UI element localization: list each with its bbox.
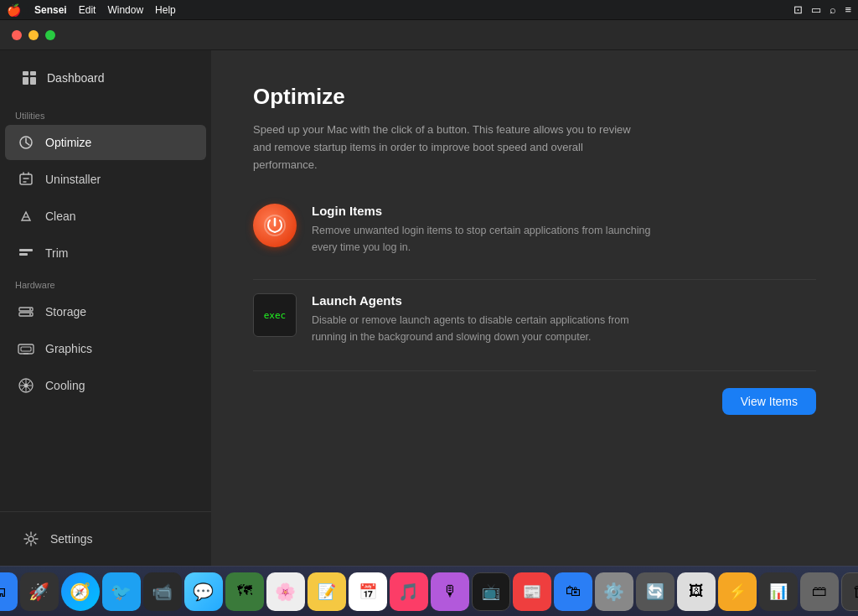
dock-item-trash[interactable]: 🗑 bbox=[841, 572, 859, 611]
sidebar-top: Dashboard bbox=[0, 50, 211, 102]
sidebar-bottom: Settings bbox=[0, 511, 211, 566]
menubar-app-name[interactable]: Sensei bbox=[34, 4, 67, 16]
svg-point-11 bbox=[29, 308, 31, 310]
dock-item-notes[interactable]: 📝 bbox=[308, 572, 346, 611]
title-bar bbox=[0, 20, 858, 50]
storage-label: Storage bbox=[45, 305, 86, 318]
uninstaller-icon bbox=[17, 170, 35, 189]
login-items-desc: Remove unwanted login items to stop cert… bbox=[312, 223, 664, 256]
svg-point-18 bbox=[28, 536, 34, 541]
launch-agents-desc: Disable or remove launch agents to disab… bbox=[312, 313, 664, 345]
main-layout: Dashboard Utilities Optimize bbox=[0, 50, 858, 566]
dock-item-betterzip[interactable]: ⚡ bbox=[718, 572, 757, 611]
settings-icon bbox=[22, 530, 40, 548]
trim-icon bbox=[17, 244, 35, 262]
control-center-icon[interactable]: ≡ bbox=[845, 3, 851, 16]
graphics-label: Graphics bbox=[45, 342, 92, 355]
sidebar-item-dashboard[interactable]: Dashboard bbox=[8, 62, 203, 94]
content-description: Speed up your Mac with the click of a bu… bbox=[253, 122, 638, 173]
dock-item-twitterific[interactable]: 🐦 bbox=[102, 572, 141, 611]
sidebar-item-settings[interactable]: Settings bbox=[10, 521, 201, 556]
dock-item-sysprefs[interactable]: ⚙️ bbox=[595, 572, 633, 611]
menubar: 🍎 Sensei Edit Window Help ⊡ ▭ ⌕ ≡ bbox=[0, 0, 858, 20]
svg-rect-7 bbox=[19, 249, 33, 251]
feature-login-items: Login Items Remove unwanted login items … bbox=[253, 204, 816, 256]
divider-1 bbox=[253, 279, 816, 280]
sidebar-item-graphics[interactable]: Graphics bbox=[5, 331, 206, 366]
dock-item-finder[interactable]: 🗂 bbox=[0, 572, 18, 611]
dock-item-folder[interactable]: 🗃 bbox=[800, 572, 839, 611]
menubar-edit[interactable]: Edit bbox=[79, 4, 96, 16]
menubar-items: Sensei Edit Window Help bbox=[34, 4, 176, 16]
sidebar-item-uninstaller[interactable]: Uninstaller bbox=[5, 162, 206, 197]
sidebar-item-optimize[interactable]: Optimize bbox=[5, 125, 206, 160]
storage-icon bbox=[17, 303, 35, 321]
dashboard-label: Dashboard bbox=[47, 71, 105, 85]
content-footer: View Items bbox=[253, 370, 816, 415]
login-items-icon bbox=[253, 204, 297, 247]
dock-item-calendar[interactable]: 📅 bbox=[349, 572, 387, 611]
svg-rect-2 bbox=[23, 77, 28, 85]
dock-item-photos[interactable]: 🌸 bbox=[266, 572, 305, 611]
svg-rect-0 bbox=[23, 71, 28, 75]
minimize-button[interactable] bbox=[28, 30, 39, 40]
close-button[interactable] bbox=[12, 30, 22, 40]
airplay-icon[interactable]: ▭ bbox=[811, 3, 821, 16]
optimize-label: Optimize bbox=[45, 136, 91, 149]
screen-share-icon[interactable]: ⊡ bbox=[793, 3, 803, 16]
dock-item-messages[interactable]: 💬 bbox=[184, 572, 223, 611]
sidebar-item-storage[interactable]: Storage bbox=[5, 294, 206, 329]
menubar-help[interactable]: Help bbox=[155, 4, 176, 16]
launch-agents-icon: exec bbox=[253, 293, 297, 337]
dock-item-news[interactable]: 📰 bbox=[513, 572, 551, 611]
dock-item-podcasts[interactable]: 🎙 bbox=[431, 572, 469, 611]
sidebar-item-clean[interactable]: Clean bbox=[5, 199, 206, 234]
dock-item-launchpad[interactable]: 🚀 bbox=[20, 572, 59, 611]
svg-point-17 bbox=[24, 384, 28, 388]
svg-rect-14 bbox=[21, 347, 31, 351]
login-items-title: Login Items bbox=[312, 204, 664, 218]
cooling-icon bbox=[17, 376, 35, 395]
page-title: Optimize bbox=[253, 84, 816, 110]
feature-launch-agents: exec Launch Agents Disable or remove lau… bbox=[253, 293, 816, 345]
dock-item-facetime[interactable]: 📹 bbox=[143, 572, 182, 611]
dock-item-tv[interactable]: 📺 bbox=[472, 572, 510, 611]
app-window: Dashboard Utilities Optimize bbox=[0, 20, 858, 566]
login-items-text: Login Items Remove unwanted login items … bbox=[312, 204, 664, 256]
dock-item-preview[interactable]: 🖼 bbox=[677, 572, 716, 611]
sidebar-item-cooling[interactable]: Cooling bbox=[5, 368, 206, 403]
dock-item-maps[interactable]: 🗺 bbox=[225, 572, 264, 611]
svg-rect-1 bbox=[30, 71, 36, 75]
optimize-icon bbox=[17, 133, 35, 152]
menubar-window[interactable]: Window bbox=[107, 4, 143, 16]
dock-item-music[interactable]: 🎵 bbox=[390, 572, 428, 611]
svg-point-12 bbox=[29, 313, 31, 315]
dashboard-icon bbox=[20, 69, 39, 87]
hardware-section-label: Hardware bbox=[0, 272, 211, 293]
svg-rect-5 bbox=[20, 174, 32, 184]
content-area: Optimize Speed up your Mac with the clic… bbox=[211, 50, 858, 566]
settings-label: Settings bbox=[50, 532, 93, 546]
dock-item-migrate[interactable]: 🔄 bbox=[636, 572, 675, 611]
svg-rect-3 bbox=[30, 77, 36, 85]
maximize-button[interactable] bbox=[45, 30, 55, 40]
dock-item-appstore[interactable]: 🛍 bbox=[554, 572, 592, 611]
dock-item-istat[interactable]: 📊 bbox=[759, 572, 798, 611]
svg-rect-8 bbox=[19, 253, 28, 256]
graphics-icon bbox=[17, 339, 35, 358]
sidebar: Dashboard Utilities Optimize bbox=[0, 50, 211, 566]
launch-agents-title: Launch Agents bbox=[312, 293, 664, 308]
view-items-button[interactable]: View Items bbox=[722, 388, 816, 415]
apple-menu-icon[interactable]: 🍎 bbox=[7, 3, 21, 17]
trim-label: Trim bbox=[45, 246, 68, 260]
launch-agents-text: Launch Agents Disable or remove launch a… bbox=[312, 293, 664, 345]
uninstaller-label: Uninstaller bbox=[45, 173, 101, 186]
search-icon[interactable]: ⌕ bbox=[830, 3, 836, 16]
sidebar-item-trim[interactable]: Trim bbox=[5, 236, 206, 271]
utilities-section-label: Utilities bbox=[0, 102, 211, 124]
menubar-right: ⊡ ▭ ⌕ ≡ bbox=[793, 3, 851, 16]
clean-label: Clean bbox=[45, 210, 76, 223]
dock-item-safari[interactable]: 🧭 bbox=[61, 572, 100, 611]
cooling-label: Cooling bbox=[45, 379, 85, 392]
clean-icon bbox=[17, 207, 35, 225]
